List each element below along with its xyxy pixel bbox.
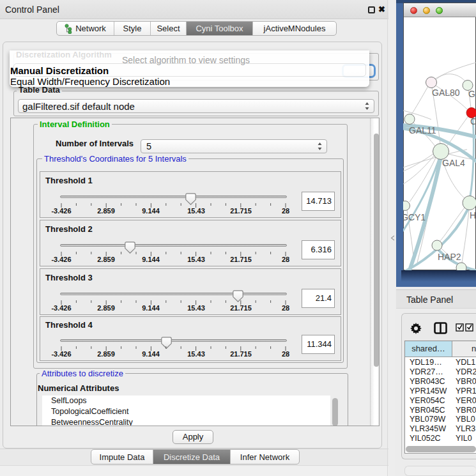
svg-text:HAP2: HAP2 <box>438 252 461 262</box>
svg-text:C: C <box>470 116 476 127</box>
svg-text:GAL11: GAL11 <box>409 125 436 135</box>
svg-text:GCY1: GCY1 <box>403 212 426 222</box>
svg-text:G: G <box>468 89 475 99</box>
svg-text:GAL80: GAL80 <box>432 88 460 98</box>
svg-text:H: H <box>470 210 476 220</box>
svg-text:GAL4: GAL4 <box>442 158 465 168</box>
